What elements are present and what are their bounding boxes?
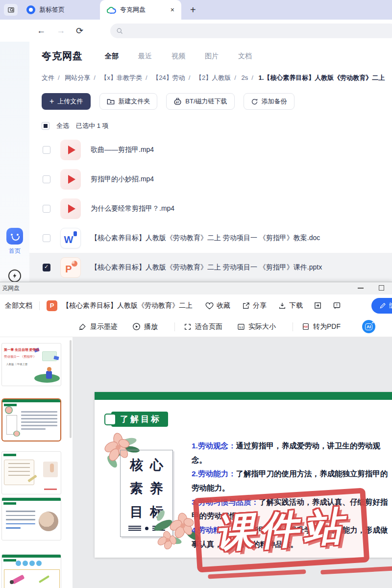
backup-sync-icon (251, 98, 258, 105)
breadcrumb-item[interactable]: 2s (241, 74, 248, 81)
thumb1-title: 第一章 生活自理 爱劳动 (4, 347, 33, 352)
file-name[interactable]: 剪指甲的小妙招.mp4 (91, 175, 154, 184)
tab-quark-drive[interactable]: 夸克网盘 × (100, 0, 181, 20)
slide-thumbnail-4[interactable] (1, 497, 61, 540)
row-checkbox[interactable] (43, 175, 50, 183)
badge-label: 了解目标 (111, 412, 168, 427)
select-all-checkbox[interactable] (42, 122, 49, 130)
tab-doc[interactable]: 文档 (238, 52, 252, 61)
breadcrumb-item[interactable]: 文件 (42, 74, 54, 81)
slide-header-bar (95, 392, 392, 400)
breadcrumb-item[interactable]: 网站分享 (65, 74, 90, 81)
goal-item: 1.劳动观念：通过剪指甲，养成爱劳动，讲卫生的劳动观念。 (192, 439, 392, 467)
download-label: 下载 (289, 301, 303, 310)
new-folder-button[interactable]: 新建文件夹 (99, 93, 157, 110)
address-search-input[interactable] (110, 24, 392, 38)
file-row[interactable]: W 【核心素养目标】人教版《劳动教育》二上 劳动项目一 《剪指甲》教案.doc (29, 223, 392, 253)
actual-size-icon: 1:1 (237, 323, 245, 331)
drive-main: 夸克网盘 全部 最近 视频 图片 文档 文件/ 网站分享/ 【x】非教学类/ 【… (29, 42, 392, 282)
ai-assistant-button[interactable]: AI (362, 320, 375, 333)
convert-pdf-button[interactable]: PDF 转为PDF (302, 322, 341, 331)
refresh-icon[interactable]: ⟳ (76, 25, 83, 36)
viewer-controls: 显示墨迹 播放 适合页面 1:1 实际大小 (0, 317, 392, 337)
viewer-window-title: 克网盘 (2, 284, 20, 293)
sidebar-item-home[interactable]: 首页 (0, 228, 29, 255)
bt-magnet-download-button[interactable]: BT BT/磁力链下载 (166, 93, 234, 110)
selection-bar: 全选 已选中 1 项 (42, 122, 392, 130)
file-name[interactable]: 【核心素养目标】人教版《劳动教育》二上 劳动项目一 《剪指甲》教案.doc (91, 234, 320, 243)
page-title: 夸克网盘 (42, 49, 83, 63)
play-button[interactable]: 播放 (132, 322, 158, 331)
file-row[interactable]: 剪指甲的小妙招.mp4 (29, 165, 392, 194)
tab-close-icon[interactable]: × (171, 6, 174, 14)
row-checkbox[interactable] (43, 146, 50, 154)
transfer-box-icon (314, 301, 322, 310)
fit-page-button[interactable]: 适合页面 (184, 322, 222, 331)
svg-text:BT: BT (176, 101, 180, 104)
word-file-icon: W (60, 228, 81, 248)
tab-recent[interactable]: 最近 (138, 52, 152, 61)
file-row-selected[interactable]: P 【核心素养目标】人教版《劳动教育》二上 劳动项目一 《剪指甲》课件.pptx (29, 253, 392, 282)
viewer-doc-title: 【核心素养目标】人教版《劳动教育》二上 劳动项目一 (62, 301, 194, 310)
file-name[interactable]: 为什么要经常剪指甲？.mp4 (91, 204, 174, 213)
watermark-stamp: 课件站 (193, 488, 370, 572)
actual-size-label: 实际大小 (248, 322, 276, 331)
file-row[interactable]: 歌曲——剪指甲.mp4 (29, 135, 392, 165)
window-search-button[interactable] (4, 4, 18, 16)
quick-transfer-icon[interactable] (8, 270, 21, 282)
slide-thumbnail-3[interactable] (1, 451, 61, 494)
vertical-title-row: 核心 (121, 456, 172, 474)
backup-label: 添加备份 (262, 97, 287, 106)
minimize-icon[interactable] (358, 288, 364, 289)
row-checkbox[interactable] (43, 205, 50, 213)
breadcrumb-item[interactable]: 【x】非教学类 (101, 74, 143, 81)
play-circle-icon (132, 322, 141, 331)
slide-thumbnail-5[interactable] (1, 554, 61, 588)
file-row[interactable]: 为什么要经常剪指甲？.mp4 (29, 194, 392, 223)
badge-square-icon (104, 414, 116, 425)
forward-icon[interactable]: → (56, 25, 65, 36)
vertical-title-row: 素养 (121, 480, 172, 497)
all-docs-button[interactable]: 全部文档 (5, 301, 32, 310)
upload-file-button[interactable]: + 上传文件 (42, 93, 91, 110)
breadcrumb-item[interactable]: 【2】人教版 (196, 74, 231, 81)
slide-thumbnail-2-selected[interactable] (1, 398, 61, 441)
save-to-drive-button[interactable] (314, 301, 322, 310)
slide-thumbnail-1[interactable]: 第一章 生活自理 爱劳动 劳动项目一 《剪指甲》 人教版 二年级上册 (1, 343, 61, 386)
feedback-button[interactable]: ! (333, 301, 341, 310)
actual-size-button[interactable]: 1:1 实际大小 (237, 322, 276, 331)
download-button[interactable]: 下载 (278, 301, 303, 310)
fit-page-label: 适合页面 (195, 322, 222, 331)
viewer-titlebar[interactable]: 克网盘 (0, 282, 392, 294)
file-name[interactable]: 【核心素养目标】人教版《劳动教育》二上 劳动项目一 《剪指甲》课件.pptx (91, 263, 322, 272)
file-name[interactable]: 歌曲——剪指甲.mp4 (91, 146, 154, 154)
row-checkbox[interactable] (43, 234, 50, 242)
thumbnail-scrollbar[interactable] (70, 340, 72, 438)
share-button[interactable]: 分享 (242, 301, 267, 310)
tab-new-page[interactable]: 新标签页 (20, 0, 93, 20)
new-tab-button[interactable]: + (190, 4, 196, 16)
tab-video[interactable]: 视频 (172, 52, 185, 61)
edit-button[interactable]: 编辑 (371, 298, 392, 314)
tab-all[interactable]: 全部 (105, 52, 119, 61)
select-all-label[interactable]: 全选 (56, 122, 69, 130)
video-file-icon (60, 169, 81, 190)
breadcrumb-item[interactable]: 【24】劳动 (152, 74, 185, 81)
selected-unit: 项 (102, 122, 108, 129)
maximize-icon[interactable] (379, 285, 384, 291)
folder-plus-icon (107, 98, 115, 105)
add-backup-button[interactable]: 添加备份 (244, 93, 294, 110)
home-icon (6, 228, 23, 245)
tab-image[interactable]: 图片 (205, 52, 219, 61)
row-checkbox-checked[interactable] (43, 264, 50, 271)
plus-icon: + (49, 97, 54, 106)
show-ink-button[interactable]: 显示墨迹 (78, 322, 118, 331)
ink-pen-icon (78, 323, 87, 331)
window-search-icon (7, 6, 15, 14)
stamp-text: 课件站 (214, 500, 349, 561)
new-folder-label: 新建文件夹 (118, 97, 150, 106)
download-icon (278, 302, 286, 310)
favorite-button[interactable]: 收藏 (205, 301, 230, 310)
quark-logo-icon (26, 5, 35, 14)
back-icon[interactable]: ← (37, 25, 46, 36)
